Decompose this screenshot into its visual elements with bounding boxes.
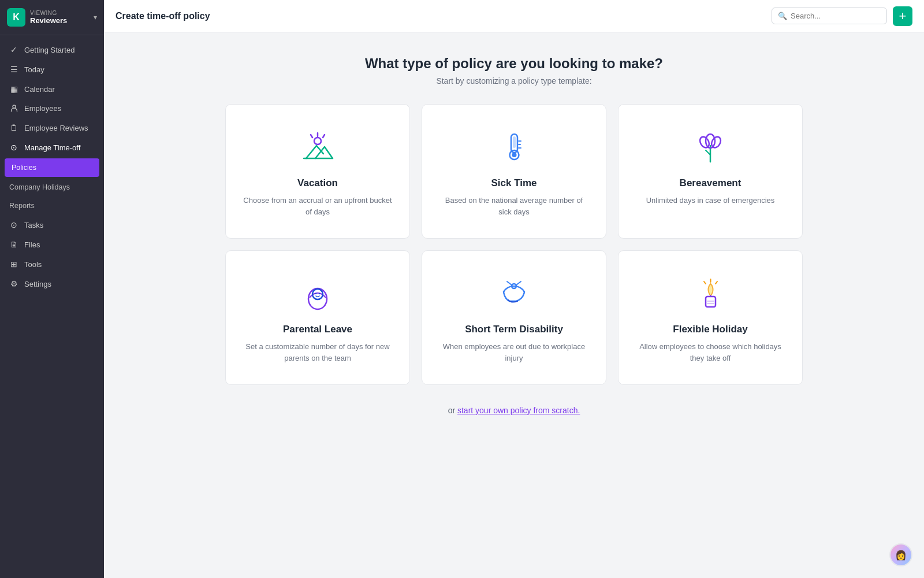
vacation-title: Vacation (297, 177, 338, 189)
review-icon: 🗒 (8, 123, 20, 132)
sidebar-company-name: Reviewers (30, 16, 94, 25)
parental-leave-title: Parental Leave (283, 324, 352, 335)
policy-card-flexible-holiday[interactable]: Flexible Holiday Allow employees to choo… (618, 250, 803, 385)
svg-line-23 (507, 281, 512, 285)
bereavement-title: Bereavement (680, 177, 742, 189)
sidebar-item-manage-time-off[interactable]: ⊙ Manage Time-off (0, 138, 104, 157)
sidebar-company-info: VIEWING Reviewers (30, 10, 94, 25)
tools-icon: ⊞ (8, 260, 20, 269)
parental-leave-desc: Set a customizable number of days for ne… (243, 341, 392, 364)
sick-time-desc: Based on the national average number of … (439, 195, 588, 217)
svg-point-9 (512, 153, 516, 157)
avatar[interactable]: 👩 (889, 543, 912, 566)
svg-line-2 (323, 135, 325, 138)
flexible-holiday-title: Flexible Holiday (673, 324, 747, 335)
svg-rect-25 (706, 297, 716, 307)
bereavement-icon (690, 128, 731, 168)
files-icon: 🗎 (8, 240, 20, 249)
sidebar: K VIEWING Reviewers ▾ ✓ Getting Started … (0, 0, 104, 578)
sidebar-item-company-holidays[interactable]: Company Holidays (0, 178, 104, 197)
scratch-link-text: or start your own policy from scratch. (448, 406, 580, 415)
search-icon: 🔍 (778, 12, 787, 20)
vacation-desc: Choose from an accrual or an upfront buc… (243, 195, 392, 217)
person-icon (8, 104, 20, 113)
main-area: Create time-off policy 🔍 + What type of … (104, 0, 924, 578)
flexible-holiday-desc: Allow employees to choose which holidays… (636, 341, 785, 364)
calendar-icon: ▦ (8, 84, 20, 94)
policy-card-short-term-disability[interactable]: Short Term Disability When employees are… (422, 250, 606, 385)
sidebar-nav: ✓ Getting Started ☰ Today ▦ Calendar Emp… (0, 35, 104, 578)
policy-card-sick-time[interactable]: Sick Time Based on the national average … (422, 104, 606, 239)
svg-line-3 (311, 135, 312, 138)
sidebar-item-employees[interactable]: Employees (0, 99, 104, 118)
svg-line-24 (516, 281, 521, 285)
svg-rect-7 (513, 136, 516, 148)
bereavement-desc: Unlimited days in case of emergencies (646, 195, 775, 206)
sidebar-item-reports[interactable]: Reports (0, 197, 104, 215)
sidebar-item-settings[interactable]: ⚙ Settings (0, 274, 104, 294)
sick-time-title: Sick Time (491, 177, 536, 189)
sick-time-icon (494, 128, 534, 168)
content-area: What type of policy are you looking to m… (104, 32, 924, 578)
policy-card-parental-leave[interactable]: Parental Leave Set a customizable number… (225, 250, 410, 385)
page-header: Create time-off policy 🔍 + (104, 0, 924, 32)
check-icon: ✓ (8, 45, 20, 54)
short-term-disability-icon (494, 274, 534, 314)
svg-point-21 (318, 292, 319, 294)
policy-card-bereavement[interactable]: Bereavement Unlimited days in case of em… (618, 104, 803, 239)
short-term-disability-desc: When employees are out due to workplace … (439, 341, 588, 364)
time-off-icon: ⊙ (8, 143, 20, 152)
sidebar-header[interactable]: K VIEWING Reviewers ▾ (0, 0, 104, 35)
add-button[interactable]: + (893, 6, 912, 26)
page-subtitle: Start by customizing a policy type templ… (436, 76, 591, 86)
chevron-down-icon: ▾ (94, 13, 97, 21)
search-box[interactable]: 🔍 (772, 8, 887, 24)
svg-point-4 (314, 138, 321, 144)
flexible-holiday-icon (690, 274, 731, 314)
list-icon: ☰ (8, 65, 20, 74)
avatar-image: 👩 (891, 544, 911, 565)
vacation-icon (297, 128, 338, 168)
app-logo: K (7, 8, 25, 27)
policy-card-vacation[interactable]: Vacation Choose from an accrual or an up… (225, 104, 410, 239)
short-term-disability-title: Short Term Disability (465, 324, 563, 335)
page-title: Create time-off policy (116, 11, 772, 21)
search-input[interactable] (791, 12, 881, 20)
sidebar-item-employee-reviews[interactable]: 🗒 Employee Reviews (0, 118, 104, 138)
sidebar-item-tasks[interactable]: ⊙ Tasks (0, 215, 104, 235)
sidebar-item-today[interactable]: ☰ Today (0, 60, 104, 79)
sidebar-item-getting-started[interactable]: ✓ Getting Started (0, 40, 104, 60)
settings-icon: ⚙ (8, 279, 20, 288)
policy-grid: Vacation Choose from an accrual or an up… (225, 104, 803, 385)
sidebar-item-policies[interactable]: Policies (5, 158, 99, 177)
scratch-link[interactable]: start your own policy from scratch. (457, 406, 580, 415)
sidebar-item-files[interactable]: 🗎 Files (0, 235, 104, 254)
sidebar-item-calendar[interactable]: ▦ Calendar (0, 79, 104, 99)
page-question: What type of policy are you looking to m… (365, 55, 663, 72)
svg-point-20 (315, 292, 316, 294)
tasks-icon: ⊙ (8, 220, 20, 229)
svg-point-0 (13, 105, 16, 108)
sidebar-viewing-label: VIEWING (30, 10, 94, 16)
svg-line-28 (716, 281, 717, 284)
parental-leave-icon (297, 274, 338, 314)
sidebar-item-tools[interactable]: ⊞ Tools (0, 254, 104, 274)
svg-line-29 (704, 281, 706, 284)
